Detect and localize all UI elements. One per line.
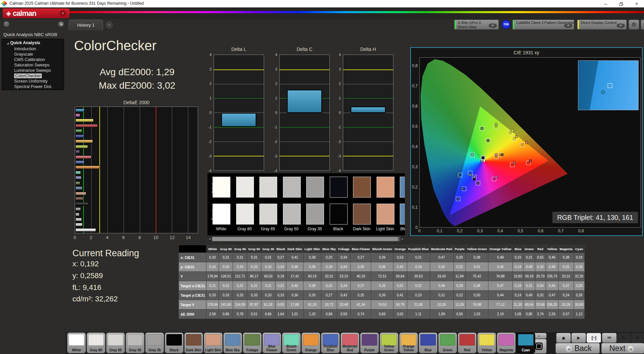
sidebar-collapse-button[interactable]: ◀ [58,21,64,27]
table-cell: 0,31 [206,281,219,291]
pattern-swatch [342,334,358,346]
close-button[interactable]: × [629,0,644,7]
sidebar-item-introduction[interactable]: Introduction [2,46,64,52]
pattern-button-orange-yellow[interactable]: Orange Yellow [399,333,418,353]
table-cell: 0,33 [206,291,219,300]
record-button[interactable]: ● [631,333,644,343]
sidebar-item-label: CMS Calibration [14,57,45,62]
minimize-button[interactable] [598,0,613,7]
pattern-button-blue-sky[interactable]: Blue Sky [224,333,242,353]
add-tab-button[interactable]: + [106,22,112,28]
table-cell: 33,42 [430,272,453,281]
deltae-bar-chart [75,107,198,233]
pattern-button-white[interactable]: White [67,333,86,353]
table-cell: 0,51 [393,281,407,291]
pattern-button-blue[interactable]: Blue [419,333,437,353]
pattern-button-blue-flower[interactable]: Blue Flower [263,333,281,353]
target-swatch-6 [353,204,371,225]
pattern-label: Purple [361,349,378,352]
pattern-swatch [303,334,319,346]
next-button[interactable]: Next» [602,343,644,353]
sidebar-item-grayscale[interactable]: Grayscale [2,52,64,57]
tree-root-quick-analysis[interactable]: ◢Quick Analysis [2,40,64,46]
pattern-button-gray-35[interactable]: Gray 35 [146,333,164,353]
tab-history-1[interactable]: History 1 [69,20,103,30]
sidebar-item-label: Spectral Power Dist. [14,84,52,89]
pattern-button-gray-50[interactable]: Gray 50 [126,333,144,353]
scroll-left-button[interactable]: ◄ [207,237,212,241]
pattern-button-gray-65[interactable]: Gray 65 [106,333,125,353]
sidebar-item-luminance-sweeps[interactable]: Luminance Sweeps [2,68,64,73]
target-swatch-1 [236,204,254,225]
deltae-bar-moderate-red [75,155,92,159]
pattern-button-yellow-green[interactable]: Yellow Green [380,333,398,353]
refresh-button[interactable]: ↻ [617,333,631,343]
pattern-button-dark-skin[interactable]: Dark Skin [185,333,203,353]
cie-y-tick-label: 0,1 [412,205,418,210]
sidebar-item-screen-uniformity[interactable]: Screen Uniformity [2,79,64,84]
cie-x-tick-label: 0,7 [558,229,564,233]
sidebar-item-cms-calibration[interactable]: CMS Calibration [2,57,64,62]
pattern-button-yellow[interactable]: Yellow [478,333,496,353]
delta-l-title: Delta L [214,47,264,52]
calman-logo-button[interactable]: ◈ calman ▼ [3,8,69,18]
table-cell: 1,11 [407,309,430,319]
scrollbar-thumb[interactable] [212,237,398,241]
table-cell: 0,24 [558,291,574,300]
sidebar-item-saturation-sweeps[interactable]: Saturation Sweeps [2,62,64,68]
pattern-swatch [401,334,416,346]
pattern-button-purplish-blue[interactable]: Purplish Blue [321,333,340,353]
stop-button[interactable]: ◼ [556,333,571,343]
pattern-button-red[interactable]: Red [458,333,476,353]
pattern-button-cyan[interactable]: Cyan [517,333,535,353]
cie-1931-panel[interactable]: CIE 1931 xy 0,80,70,60,50,40,30,20,10 00… [410,47,643,236]
table-cell: 0,66 [371,309,393,319]
table-cell: 60,03 [261,272,275,281]
table-row-label: Y [179,272,206,281]
scroll-right-button[interactable]: ► [400,237,405,241]
pattern-button-bluish-green[interactable]: Bluish Green [282,333,300,353]
pattern-generator-dropdown[interactable]: CalMAN Client 3 Pattern Generator ▼ [512,20,574,30]
sidebar-options-button[interactable] [3,21,10,27]
table-cell: 1,12 [574,309,584,319]
measured-marker-blue [456,198,459,201]
pattern-label: Yellow [478,349,495,352]
pattern-window-icon [535,343,543,350]
pattern-button-black[interactable]: Black [165,333,183,353]
table-col-header: Orange [393,245,407,253]
swatch-scrollbar[interactable]: ◄ ► [207,237,405,241]
table-cell: 0,31 [247,281,261,291]
settings-button[interactable]: ⚙ [629,20,639,30]
panel-collapse-button[interactable]: ◂ [641,20,644,30]
meter-badge[interactable]: 708 [502,20,511,29]
measured-marker-moderate-red [513,161,516,164]
table-cell: 50,79 [393,300,407,309]
pattern-button-light-skin[interactable]: Light Skin [204,333,222,353]
play-button[interactable]: ▶ [572,333,586,343]
restore-button[interactable] [614,0,629,7]
sidebar-item-colorchecker[interactable]: ColorChecker [2,73,64,79]
app-icon [1,0,7,6]
y-tick-label: 1 [339,96,341,100]
sidebar-item-spectral-power-dist-[interactable]: Spectral Power Dist. [2,84,64,89]
read-continuous-button[interactable]: [··] [587,333,601,343]
table-cell: 0,78 [233,309,247,319]
table-cell: 0,40 [286,281,303,291]
table-col-header: Foliage [337,245,351,253]
pattern-button-foliage[interactable]: Foliage [243,333,261,353]
target-marker-orange [520,142,525,147]
back-button[interactable]: «Back [556,343,600,353]
display-control-dropdown[interactable]: Direct Display Control ▼ [577,20,627,30]
pattern-button-orange[interactable]: Orange [302,333,320,353]
pattern-button-magenta[interactable]: Magenta [497,333,515,353]
table-row-label: x: CIE31 [179,253,206,262]
pattern-button-purple[interactable]: Purple [360,333,379,353]
continuous-measure-button[interactable]: ∞ [602,333,616,343]
pattern-button-moderate-red[interactable]: Moderate Red [341,333,359,353]
pattern-button-green[interactable]: Green [439,333,457,353]
meter-dropdown[interactable]: X-Rite i1Pro 3 Direct View ▼ [454,20,499,30]
logo-menu-chevron-icon[interactable]: ▼ [60,10,66,17]
pattern-button-gray-80[interactable]: Gray 80 [87,333,105,353]
target-swatch-3 [283,204,301,225]
yellow-reference-line [280,156,329,156]
